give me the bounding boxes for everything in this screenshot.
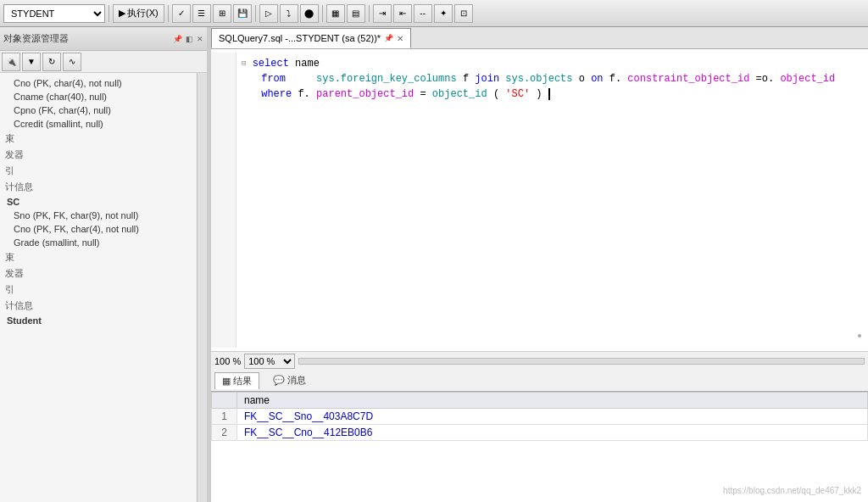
tab-close-icon[interactable]: ✕ (397, 34, 403, 43)
tree-section-sc-constraint[interactable]: 束 (0, 249, 197, 265)
bottom-tabs: ▦ 结果 💬 消息 (211, 370, 868, 392)
play-icon: ▶ (119, 8, 125, 19)
left-panel-content: Cno (PK, char(4), not null) Cname (char(… (0, 73, 197, 502)
collapse-icon[interactable]: ⊟ (242, 59, 246, 68)
debug-btn[interactable]: ▷ (259, 4, 278, 23)
tree-section-stats[interactable]: 计信息 (0, 179, 197, 195)
tree-section-trigger[interactable]: 发器 (0, 147, 197, 163)
text-cursor (548, 88, 550, 100)
row-1-num: 1 (212, 409, 237, 425)
col-name-header: name (237, 393, 868, 409)
tree-section-constraint[interactable]: 束 (0, 131, 197, 147)
tree-item-sc[interactable]: SC (0, 195, 197, 209)
table-row: 1 FK__SC__Sno__403A8C7D (212, 409, 868, 425)
kw-join: join (475, 73, 499, 85)
diagram-btn[interactable]: ⊞ (213, 4, 231, 23)
check-btn[interactable]: ✓ (172, 4, 191, 23)
left-panel: 对象资源管理器 📌 ◧ ✕ 🔌 ▼ ↻ ∿ Cno (PK, char(4), … (0, 27, 208, 502)
line-num-2 (211, 71, 232, 86)
toolbar: STYDENT ▶ 执行(X) ✓ ☰ ⊞ 💾 ▷ ⤵ ⬤ ▦ ▤ ⇥ ⇤ ‐‐… (0, 0, 868, 27)
tree-item-cno-sc: Cno (PK, FK, char(4), not null) (0, 222, 197, 236)
separator-4 (322, 5, 323, 22)
code-row-2: from sys.foreign_key_columns f join sys.… (236, 71, 868, 86)
scroll-indicator (858, 334, 861, 337)
tree-section-sc-stats[interactable]: 计信息 (0, 298, 197, 314)
tab-results[interactable]: ▦ 结果 (214, 372, 259, 389)
left-panel-scrollbar[interactable] (197, 73, 207, 502)
code-eq2: = (420, 88, 426, 100)
code-editor[interactable]: ⊟ select name from sys.foreign_key_colum… (211, 49, 868, 351)
wave-btn[interactable]: ∿ (63, 53, 81, 71)
breakpoint-btn[interactable]: ⬤ (300, 4, 319, 23)
float-icon[interactable]: ◧ (186, 35, 193, 43)
kw-sc-string: 'SC' (505, 88, 530, 100)
code-o: o (579, 73, 591, 85)
tree-item-ccredit: Ccredit (smallint, null) (0, 117, 197, 131)
misc-btn[interactable]: ⊡ (454, 4, 473, 23)
tab-messages[interactable]: 💬 消息 (266, 372, 313, 388)
save-btn[interactable]: 💾 (233, 4, 252, 23)
right-panel: SQLQuery7.sql -...STYDENT (sa (52))* 📌 ✕… (211, 27, 868, 502)
code-paren2: ) (536, 88, 542, 100)
kw-object-id: object_id (780, 73, 835, 85)
tree-item-cname: Cname (char(40), null) (0, 90, 197, 103)
code-fconstraint: f. (609, 73, 621, 85)
code-where-space: f. (298, 88, 309, 100)
kw-constraint-obj: constraint_object_id (627, 73, 749, 85)
pin-icon[interactable]: 📌 (173, 35, 182, 43)
results-table: name 1 FK__SC__Sno__403A8C7D 2 FK__SC__C… (211, 392, 868, 441)
code-editor-wrap: ⊟ select name from sys.foreign_key_colum… (211, 53, 868, 348)
close-panel-icon[interactable]: ✕ (197, 35, 203, 43)
line-num-1 (211, 56, 232, 71)
tab-label: SQLQuery7.sql -...STYDENT (sa (52))* (219, 33, 381, 43)
execute-button[interactable]: ▶ 执行(X) (113, 4, 164, 23)
code-row-1: ⊟ select name (236, 56, 868, 71)
code-paren1: ( (493, 88, 499, 100)
uncomment-btn[interactable]: ✦ (434, 4, 453, 23)
filter-btn[interactable]: ▼ (22, 53, 41, 71)
zoom-selector[interactable]: 100 % (244, 354, 295, 369)
left-panel-title: 对象资源管理器 (3, 32, 170, 45)
tree-section-sc-index[interactable]: 引 (0, 282, 197, 298)
connect-btn[interactable]: 🔌 (2, 53, 20, 71)
step-btn[interactable]: ⤵ (280, 4, 298, 23)
code-name: name (295, 58, 320, 70)
tree-item-grade: Grade (smallint, null) (0, 236, 197, 249)
zoom-label: 100 % (214, 356, 241, 366)
line-num-3 (211, 86, 232, 102)
unindent-btn[interactable]: ⇤ (393, 4, 412, 23)
indent-btn[interactable]: ⇥ (373, 4, 392, 23)
results-text-btn[interactable]: ▤ (347, 4, 365, 23)
tree-item-sno: Sno (PK, FK, char(9), not null) (0, 209, 197, 222)
results-grid-btn[interactable]: ▦ (326, 4, 345, 23)
comment-btn[interactable]: ‐‐ (414, 4, 432, 23)
table-row: 2 FK__SC__Cno__412EB0B6 (212, 425, 868, 441)
kw-objectid-fn: object_id (432, 88, 487, 100)
tree-item-student[interactable]: Student (0, 314, 197, 327)
row-2-num: 2 (212, 425, 237, 441)
query-tab[interactable]: SQLQuery7.sql -...STYDENT (sa (52))* 📌 ✕ (211, 28, 411, 48)
tab-bar: SQLQuery7.sql -...STYDENT (sa (52))* 📌 ✕ (211, 27, 868, 49)
kw-select: select (253, 58, 289, 70)
separator-2 (168, 5, 169, 22)
separator-3 (255, 5, 256, 22)
code-f: f (463, 73, 475, 85)
tree-item-cpno: Cpno (FK, char(4), null) (0, 103, 197, 117)
separator-1 (108, 5, 109, 22)
kw-where: where (261, 88, 292, 100)
database-selector[interactable]: STYDENT (3, 4, 105, 23)
watermark: https://blog.csdn.net/qq_de467_kkk2 (723, 486, 861, 495)
parse-btn[interactable]: ☰ (192, 4, 211, 23)
results-icon: ▦ (222, 376, 231, 387)
refresh-btn[interactable]: ↻ (42, 53, 61, 71)
tree-section-sc-trigger[interactable]: 发器 (0, 265, 197, 282)
kw-sys-objects: sys.objects (505, 73, 572, 85)
code-from-space (292, 73, 310, 85)
left-panel-header: 对象资源管理器 📌 ◧ ✕ (0, 27, 207, 51)
zoom-slider[interactable] (298, 358, 865, 365)
tab-pin-icon[interactable]: 📌 (384, 34, 393, 42)
tree-item-cno: Cno (PK, char(4), not null) (0, 76, 197, 90)
tree-section-index[interactable]: 引 (0, 163, 197, 179)
line-numbers (211, 53, 236, 348)
left-content-wrap: Cno (PK, char(4), not null) Cname (char(… (0, 73, 207, 502)
